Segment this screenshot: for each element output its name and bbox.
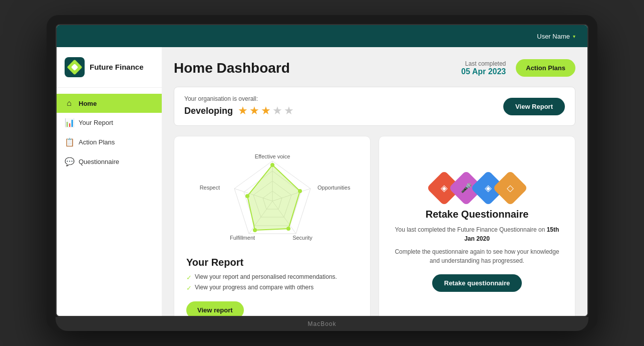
radar-label-bottom-left: Fulfillment [229,235,254,241]
status-overall-label: Your organisation is overall: [184,95,294,102]
content-area: Home Dashboard Last completed 05 Apr 202… [162,47,587,316]
sidebar-questionnaire-label: Questionnaire [79,158,119,165]
logo-inner-shape [71,64,78,71]
svg-point-11 [298,189,302,193]
radar-label-top: Effective voice [254,153,290,159]
svg-point-14 [245,194,249,198]
laptop-frame: User Name ▾ Future Finance [47,15,597,331]
view-report-card-button[interactable]: View report [186,301,244,316]
radar-label-bottom-right: Security [292,235,312,241]
diamond-icon-1: ◈ [441,183,448,194]
rating-label: Developing [184,106,233,116]
radar-label-left: Respect [199,185,219,191]
radar-card: Effective voice Opportunities Security F… [174,136,371,316]
page-title: Home Dashboard [174,60,290,76]
laptop-base: MacBook [56,317,588,331]
retake-title: Retake Questionnaire [426,209,529,220]
star-4: ★ [272,104,282,117]
radar-bullet-1: ✓ View your report and personalised reco… [186,273,358,281]
cards-row: Effective voice Opportunities Security F… [174,136,575,316]
diamond-icon-2: 🎤 [461,183,472,194]
diamond-icon-3: ◈ [485,183,492,194]
laptop-brand-label: MacBook [307,320,336,327]
radar-container: Effective voice Opportunities Security F… [186,148,358,249]
header-right: Last completed 05 Apr 2023 Action Plans [461,59,575,77]
logo-area: Future Finance [57,47,162,88]
diamond-icon-4: ◇ [507,183,514,194]
view-report-button[interactable]: View Report [503,98,565,115]
radar-label-top-right: Opportunities [317,185,351,191]
logo-diamond [67,59,82,75]
radar-chart: Effective voice Opportunities Security F… [192,148,353,249]
logo-text: Future Finance [90,63,144,72]
svg-point-12 [286,227,290,231]
svg-point-13 [253,228,257,232]
sidebar-report-label: Your Report [79,119,113,126]
user-menu[interactable]: User Name ▾ [537,33,575,40]
star-3: ★ [261,104,271,117]
sidebar: Future Finance ⌂ Home 📊 Your Report 📋 [57,47,162,316]
retake-icons: ◈ 🎤 ◈ ◇ [433,176,521,201]
status-left: Your organisation is overall: Developing… [184,95,294,117]
questionnaire-icon: 💬 [65,157,74,166]
home-icon: ⌂ [65,99,74,108]
status-rating: Developing ★ ★ ★ ★ ★ [184,104,294,117]
logo-icon [65,57,85,77]
action-plans-button[interactable]: Action Plans [516,59,575,77]
chevron-down-icon: ▾ [573,34,575,39]
retake-questionnaire-button[interactable]: Retake questionnaire [432,274,522,292]
sidebar-item-home[interactable]: ⌂ Home [57,94,162,113]
diamond-4: ◇ [492,170,528,206]
report-icon: 📊 [65,118,74,127]
username-label: User Name [537,33,570,40]
star-5: ★ [284,104,294,117]
check-icon-2: ✓ [186,284,192,292]
last-completed-date: 05 Apr 2023 [461,67,506,76]
top-bar: User Name ▾ [57,25,587,47]
last-completed-label: Last completed [461,60,506,67]
main-layout: Future Finance ⌂ Home 📊 Your Report 📋 [57,47,587,316]
svg-marker-9 [247,165,300,230]
retake-desc-2: Complete the questionnaire again to see … [391,247,563,265]
retake-desc-1: You last completed the Future Finance Qu… [391,225,563,243]
dashboard-header: Home Dashboard Last completed 05 Apr 202… [174,59,575,77]
action-plans-icon: 📋 [65,137,74,147]
star-2: ★ [249,104,259,117]
check-icon-1: ✓ [186,274,192,281]
nav-items: ⌂ Home 📊 Your Report 📋 Action Plans [57,88,162,316]
svg-point-10 [270,163,274,167]
app: User Name ▾ Future Finance [57,25,587,316]
sidebar-item-action-plans[interactable]: 📋 Action Plans [57,132,162,152]
last-completed-area: Last completed 05 Apr 2023 [461,60,506,76]
sidebar-item-your-report[interactable]: 📊 Your Report [57,113,162,132]
star-1: ★ [238,104,248,117]
star-rating: ★ ★ ★ ★ ★ [238,104,294,117]
sidebar-item-questionnaire[interactable]: 💬 Questionnaire [57,152,162,171]
sidebar-home-label: Home [79,100,97,107]
status-banner: Your organisation is overall: Developing… [174,87,575,126]
radar-bullet-2: ✓ View your progress and compare with ot… [186,284,358,292]
retake-card: ◈ 🎤 ◈ ◇ [379,136,575,316]
sidebar-action-label: Action Plans [79,138,115,146]
laptop-screen: User Name ▾ Future Finance [56,24,588,317]
radar-card-title: Your Report [186,257,358,268]
